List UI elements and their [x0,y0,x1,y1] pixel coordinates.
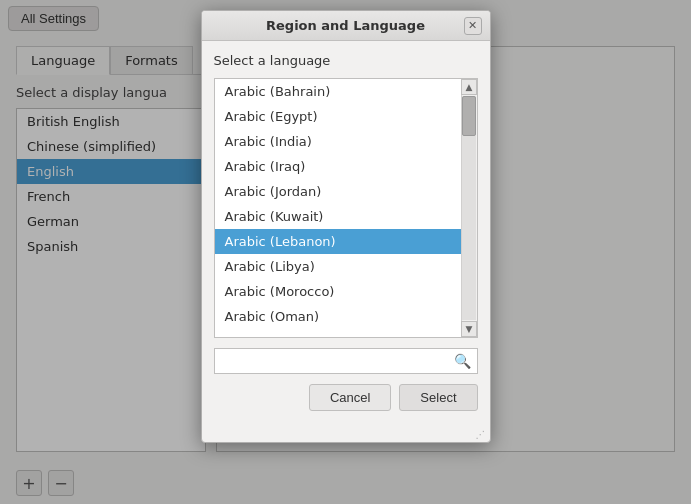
search-row: 🔍 [214,348,478,374]
cancel-button[interactable]: Cancel [309,384,391,411]
modal-dialog: Region and Language ✕ Select a language … [201,10,491,443]
modal-section-label: Select a language [214,53,478,68]
list-item-arabic-libya[interactable]: Arabic (Libya) [215,254,461,279]
list-item-arabic-kuwait[interactable]: Arabic (Kuwait) [215,204,461,229]
scroll-track [462,96,476,320]
modal-list-container: Arabic (Bahrain) Arabic (Egypt) Arabic (… [214,78,478,338]
scroll-thumb[interactable] [462,96,476,136]
close-button[interactable]: ✕ [464,17,482,35]
scroll-up-arrow[interactable]: ▲ [461,79,477,95]
list-item-arabic-egypt[interactable]: Arabic (Egypt) [215,104,461,129]
resize-grip: ⋰ [202,427,490,442]
scrollbar: ▲ ▼ [461,79,477,337]
modal-title: Region and Language [228,18,464,33]
list-item-arabic-iraq[interactable]: Arabic (Iraq) [215,154,461,179]
search-input[interactable] [221,354,454,369]
list-item-arabic-morocco[interactable]: Arabic (Morocco) [215,279,461,304]
modal-titlebar: Region and Language ✕ [202,11,490,41]
list-item-arabic-bahrain[interactable]: Arabic (Bahrain) [215,79,461,104]
list-item-arabic-jordan[interactable]: Arabic (Jordan) [215,179,461,204]
modal-list[interactable]: Arabic (Bahrain) Arabic (Egypt) Arabic (… [215,79,461,337]
list-item-arabic-oman[interactable]: Arabic (Oman) [215,304,461,329]
modal-overlay: Region and Language ✕ Select a language … [0,0,691,504]
list-item-arabic-india[interactable]: Arabic (India) [215,129,461,154]
modal-content: Select a language Arabic (Bahrain) Arabi… [202,41,490,427]
scroll-down-arrow[interactable]: ▼ [461,321,477,337]
select-button[interactable]: Select [399,384,477,411]
list-item-arabic-lebanon[interactable]: Arabic (Lebanon) [215,229,461,254]
search-icon: 🔍 [454,353,471,369]
modal-buttons: Cancel Select [214,384,478,415]
